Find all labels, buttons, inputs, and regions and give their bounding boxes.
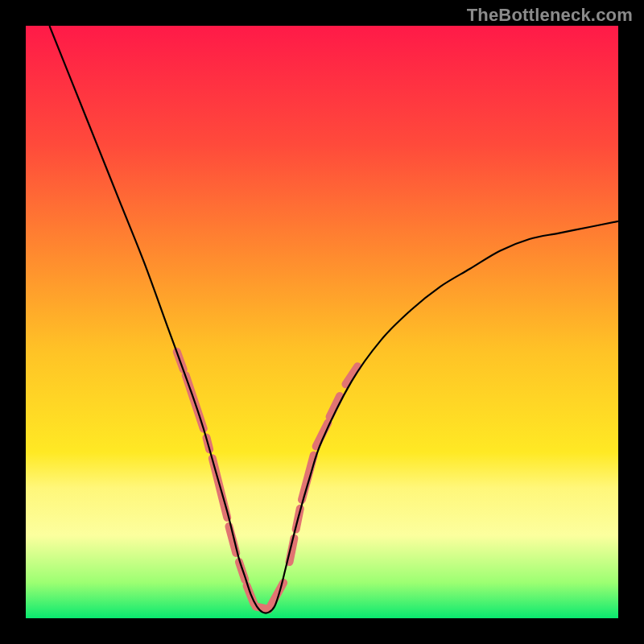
watermark-text: TheBottleneck.com	[467, 5, 633, 26]
chart-frame: TheBottleneck.com	[0, 0, 644, 644]
bottleneck-chart	[26, 26, 618, 618]
gradient-background	[26, 26, 618, 618]
